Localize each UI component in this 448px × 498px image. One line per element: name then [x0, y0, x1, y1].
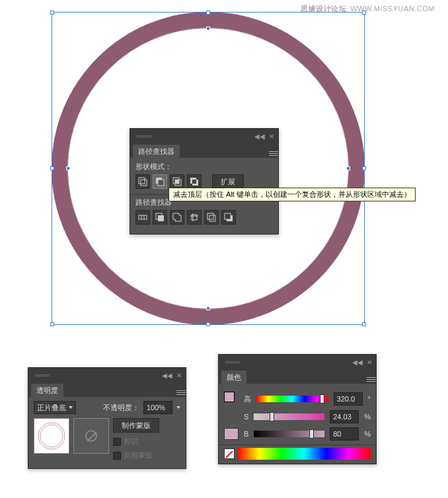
- panel-header[interactable]: ◀◀ ✕: [130, 129, 278, 143]
- panel-grip[interactable]: [137, 135, 151, 137]
- collapse-icon[interactable]: ◀◀: [254, 133, 265, 140]
- flyout-menu-icon[interactable]: [269, 151, 278, 158]
- collapse-icon[interactable]: ◀◀: [162, 372, 172, 379]
- svg-rect-6: [175, 180, 179, 184]
- opacity-input[interactable]: 100%: [143, 401, 172, 414]
- resize-handle[interactable]: [362, 322, 366, 326]
- trim-button[interactable]: [153, 210, 167, 225]
- bri-label: B: [244, 430, 248, 438]
- flyout-menu-icon[interactable]: [176, 390, 186, 397]
- sat-label: S: [244, 413, 248, 421]
- svg-rect-18: [207, 213, 213, 219]
- color-tab[interactable]: 颜色: [221, 371, 246, 384]
- resize-handle[interactable]: [50, 11, 54, 15]
- svg-rect-1: [141, 180, 147, 186]
- preview-swatch: [224, 428, 239, 440]
- bri-slider[interactable]: [254, 431, 324, 437]
- bri-input[interactable]: 80: [330, 427, 359, 441]
- intersect-button[interactable]: [170, 174, 184, 189]
- close-icon[interactable]: ✕: [269, 133, 274, 140]
- spectrum-picker[interactable]: [237, 448, 371, 460]
- resize-handle[interactable]: [362, 166, 366, 170]
- svg-point-22: [38, 423, 65, 449]
- panel-grip[interactable]: [35, 374, 50, 376]
- sat-slider[interactable]: [254, 413, 324, 420]
- svg-rect-21: [225, 213, 231, 219]
- svg-rect-15: [192, 215, 197, 220]
- svg-rect-19: [209, 215, 215, 221]
- hue-label: 高: [244, 394, 251, 404]
- fill-swatch[interactable]: [224, 392, 235, 402]
- svg-point-23: [40, 425, 63, 447]
- resize-handle[interactable]: [362, 11, 366, 15]
- deg-unit: °: [368, 395, 371, 403]
- color-panel[interactable]: ◀◀ ✕ 颜色 高 320.0 ° S 24.03 % B: [218, 354, 377, 464]
- minus-back-button[interactable]: [221, 210, 236, 225]
- opacity-label: 不透明度：: [103, 403, 139, 413]
- svg-rect-10: [139, 215, 147, 219]
- sat-input[interactable]: 24.03: [330, 410, 359, 423]
- no-mask-icon: [85, 430, 97, 442]
- pathfinder-tab[interactable]: 路径查找器: [133, 145, 180, 159]
- blend-mode-select[interactable]: 正片叠底: [34, 401, 76, 414]
- exclude-button[interactable]: [187, 174, 202, 189]
- close-icon[interactable]: ✕: [176, 372, 182, 379]
- crop-button[interactable]: [187, 210, 202, 225]
- hue-slider[interactable]: [256, 396, 328, 402]
- resize-handle[interactable]: [206, 322, 210, 326]
- shape-modes-label: 形状模式：: [135, 162, 273, 172]
- outline-button[interactable]: [204, 210, 219, 225]
- pathfinder-panel[interactable]: ◀◀ ✕ 路径查找器 形状模式： 扩展 路径查找器: [130, 128, 279, 234]
- transparency-tab[interactable]: 透明度: [31, 384, 63, 398]
- pct-unit: %: [364, 413, 371, 421]
- panel-tabbar: 透明度: [28, 382, 186, 397]
- expand-button[interactable]: 扩展: [212, 174, 244, 189]
- transparency-panel[interactable]: ◀◀ ✕ 透明度 正片叠底 不透明度： 100% 制作蒙版 剪切 反相蒙版: [28, 367, 186, 469]
- svg-rect-9: [192, 180, 196, 184]
- svg-rect-14: [158, 215, 164, 221]
- unite-button[interactable]: [135, 174, 150, 189]
- panel-tabbar: 路径查找器: [130, 143, 278, 158]
- pct-unit: %: [364, 430, 371, 438]
- make-mask-button[interactable]: 制作蒙版: [113, 418, 159, 433]
- invert-mask-checkbox[interactable]: 反相蒙版: [113, 450, 159, 460]
- svg-rect-0: [139, 178, 145, 184]
- collapse-icon[interactable]: ◀◀: [352, 359, 363, 366]
- svg-rect-3: [158, 180, 164, 186]
- panel-grip[interactable]: [225, 361, 240, 363]
- fill-stroke-swatch[interactable]: [224, 392, 239, 406]
- opacity-stepper[interactable]: [176, 406, 180, 409]
- resize-handle[interactable]: [50, 166, 54, 170]
- panel-header[interactable]: ◀◀ ✕: [28, 368, 186, 382]
- mask-thumbnail[interactable]: [73, 418, 109, 454]
- minus-front-button[interactable]: [153, 174, 167, 189]
- panel-tabbar: 颜色: [219, 369, 376, 384]
- resize-handle[interactable]: [50, 322, 54, 326]
- close-icon[interactable]: ✕: [367, 359, 372, 366]
- merge-button[interactable]: [170, 210, 184, 225]
- hue-input[interactable]: 320.0: [334, 392, 363, 406]
- panel-header[interactable]: ◀◀ ✕: [219, 355, 376, 369]
- object-thumbnail[interactable]: [34, 418, 69, 454]
- none-color-button[interactable]: [224, 448, 235, 459]
- divide-button[interactable]: [135, 210, 150, 225]
- flyout-menu-icon[interactable]: [367, 377, 376, 384]
- clip-checkbox[interactable]: 剪切: [113, 437, 159, 446]
- resize-handle[interactable]: [206, 11, 210, 15]
- tooltip-minus-front: 减去顶层（按住 Alt 键单击，以创建一个复合形状，并从形状区域中减去）: [168, 188, 416, 201]
